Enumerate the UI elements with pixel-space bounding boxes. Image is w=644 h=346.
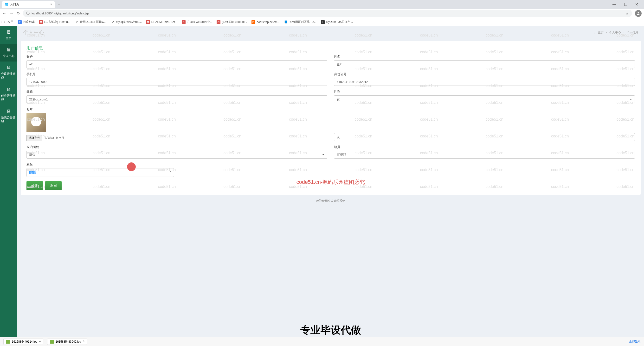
monitor-icon: 🖥 <box>6 47 11 53</box>
permission-value: 经理 <box>29 171 36 174</box>
apps-button[interactable]: ⋮⋮⋮应用 <box>2 20 14 24</box>
window-controls: — ☐ ✕ <box>610 1 642 8</box>
page-title: 个人中心 <box>23 29 44 36</box>
file-status: 未选择任何文件 <box>44 136 64 140</box>
chevron-right-icon: › <box>623 31 624 34</box>
breadcrumb-item[interactable]: 个人中心 <box>609 30 621 35</box>
star-icon[interactable]: ☆ <box>625 11 628 16</box>
main-content: 个人中心 ⌂ 主页 › 个人中心 › 个人信息 用户信息 账户 姓名 <box>17 26 644 338</box>
back-icon[interactable]: ← <box>2 11 6 16</box>
bookmarks-bar: ⋮⋮⋮应用 T百度翻译 C(12条消息) freema... ↗使用UEdito… <box>0 18 644 26</box>
card-title: 用户信息 <box>26 45 635 51</box>
phone-label: 手机号 <box>26 72 327 76</box>
name-input[interactable] <box>334 60 635 68</box>
breadcrumb: ⌂ 主页 › 个人中心 › 个人信息 <box>594 30 638 35</box>
bookmark-item[interactable]: C(12条消息) freema... <box>39 20 70 24</box>
field-gender: 性别 女 <box>334 90 635 103</box>
bookmark-item[interactable]: 📘如何用正则匹配：2... <box>284 20 316 24</box>
sidebar-item-task[interactable]: 🖥 任务管理管理 <box>0 83 17 105</box>
name-label: 姓名 <box>334 54 635 59</box>
globe-icon: 🌐 <box>5 3 8 6</box>
url-bar[interactable]: ⓘ ☆ <box>23 9 632 17</box>
chevron-down-icon: ˅ <box>170 170 171 174</box>
submit-button[interactable]: 修改 <box>26 181 43 190</box>
permission-select[interactable]: 经理 ˅ <box>26 168 174 177</box>
email-input[interactable] <box>26 95 327 103</box>
field-ethnic <box>334 107 635 141</box>
page-header: 个人中心 ⌂ 主页 › 个人中心 › 个人信息 <box>17 26 644 39</box>
bookmark-item[interactable]: LlayDate - JS日期与... <box>321 20 353 24</box>
sidebar-item-meeting[interactable]: 🖥 会议管理管理 <box>0 61 17 83</box>
forward-icon[interactable]: → <box>10 11 14 16</box>
monitor-icon: 🖥 <box>6 87 11 92</box>
ethnic-input[interactable] <box>334 133 635 141</box>
monitor-icon: 🖥 <box>6 65 11 70</box>
svg-point-0 <box>638 12 639 13</box>
nav-bar: ← → ⟳ ⓘ ☆ <box>0 9 644 18</box>
close-window-icon[interactable]: ✕ <box>633 1 640 8</box>
bookmark-item[interactable]: Bbootstrap-select... <box>252 20 280 24</box>
sidebar-label: 个人中心 <box>3 54 14 58</box>
field-idcard: 身份证号 <box>334 72 635 86</box>
origin-input[interactable] <box>334 151 635 159</box>
sidebar: 🖥 主页 🖥 个人中心 🖥 会议管理管理 🖥 任务管理管理 🖥 系统公告管理 <box>0 26 17 338</box>
minimize-icon[interactable]: — <box>610 1 618 8</box>
gender-select[interactable]: 女 <box>334 95 635 103</box>
political-label: 政治面貌 <box>26 145 327 149</box>
field-permission: 权限 经理 ˅ <box>26 163 174 177</box>
sidebar-label: 系统公告管理 <box>1 116 16 124</box>
field-account: 账户 <box>26 54 327 68</box>
maximize-icon[interactable]: ☐ <box>622 1 629 8</box>
download-bar: 1615885449114.jpg ^ 1615885483940.jpg ^ … <box>0 337 644 338</box>
home-icon[interactable]: ⌂ <box>594 31 596 34</box>
origin-label: 籍贯 <box>334 145 635 149</box>
breadcrumb-item[interactable]: 主页 <box>598 30 604 35</box>
bookmark-item[interactable]: C在java web项目中... <box>182 20 212 24</box>
phone-input[interactable] <box>26 78 327 86</box>
email-label: 邮箱 <box>26 90 327 94</box>
app-body: 🖥 主页 🖥 个人中心 🖥 会议管理管理 🖥 任务管理管理 🖥 系统公告管理 个… <box>0 26 644 338</box>
political-select[interactable]: 群众 <box>26 151 327 159</box>
tab-bar: 🌐 入口页 × + — ☐ ✕ <box>0 0 644 9</box>
account-label: 账户 <box>26 54 327 59</box>
reload-icon[interactable]: ⟳ <box>17 11 20 16</box>
permission-label: 权限 <box>26 163 174 167</box>
user-info-card: 用户信息 账户 姓名 手机号 身份证号 <box>21 41 641 195</box>
account-input[interactable] <box>26 60 327 68</box>
button-row: 修改 返回 <box>26 181 635 190</box>
info-icon[interactable]: ⓘ <box>26 11 30 16</box>
bookmark-item[interactable]: GREADME.md - Ter... <box>146 20 177 24</box>
idcard-label: 身份证号 <box>334 72 635 76</box>
bookmark-item[interactable]: ↗mysql如何修改roo... <box>111 20 142 24</box>
bookmark-item[interactable]: T百度翻译 <box>18 20 35 24</box>
field-email: 邮箱 <box>26 90 327 103</box>
field-political: 政治面貌 群众 <box>26 145 327 159</box>
back-button[interactable]: 返回 <box>45 181 62 190</box>
sidebar-item-profile[interactable]: 🖥 个人中心 <box>0 44 17 61</box>
profile-icon[interactable] <box>635 10 642 17</box>
chevron-right-icon: › <box>606 31 607 34</box>
choose-file-button[interactable]: 选择文件 <box>26 135 42 141</box>
breadcrumb-item: 个人信息 <box>627 30 638 35</box>
field-origin: 籍贯 <box>334 145 635 159</box>
idcard-input[interactable] <box>334 78 635 86</box>
bookmark-item[interactable]: ↗使用UEditor 报错C... <box>74 20 106 24</box>
sidebar-label: 会议管理管理 <box>1 72 16 80</box>
sidebar-item-home[interactable]: 🖥 主页 <box>0 26 17 44</box>
monitor-icon: 🖥 <box>6 109 11 114</box>
url-input[interactable] <box>32 11 623 15</box>
field-phone: 手机号 <box>26 72 327 86</box>
bookmark-item[interactable]: C(12条消息) root of... <box>216 20 247 24</box>
new-tab-button[interactable]: + <box>56 1 62 8</box>
nav-controls: ← → ⟳ <box>2 11 20 16</box>
overlay-text: 专业毕设代做 <box>300 324 361 337</box>
photo-preview <box>26 113 46 132</box>
gender-label: 性别 <box>334 90 635 94</box>
photo-label: 照片 <box>26 107 327 112</box>
sidebar-item-notice[interactable]: 🖥 系统公告管理 <box>0 105 17 127</box>
close-icon[interactable]: × <box>50 3 52 6</box>
footer-text: 欢迎使用会议管理系统 <box>17 196 644 205</box>
sidebar-label: 任务管理管理 <box>1 94 16 102</box>
sidebar-label: 主页 <box>6 36 12 40</box>
browser-tab[interactable]: 🌐 入口页 × <box>2 1 55 8</box>
